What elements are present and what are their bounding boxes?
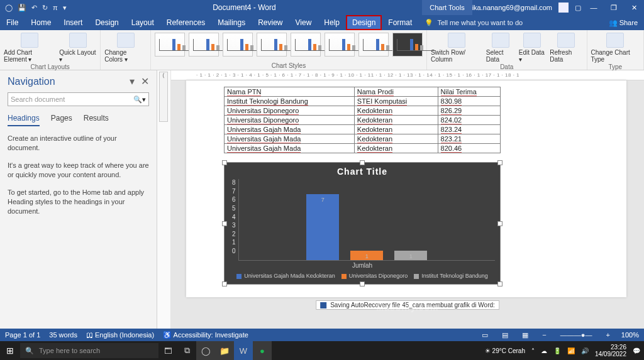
- ribbon-options-icon[interactable]: ▢: [575, 4, 581, 12]
- tab-view[interactable]: View: [289, 15, 318, 30]
- table-row[interactable]: Universitas Gajah MadaKedokteran823.21: [225, 134, 501, 144]
- chart-style-2[interactable]: [189, 33, 219, 57]
- view-print-icon[interactable]: ▤: [499, 331, 511, 339]
- chart-bars[interactable]: 711: [238, 179, 495, 261]
- task-view-icon[interactable]: ⧉: [177, 346, 196, 356]
- notifications-icon[interactable]: 💬: [633, 347, 640, 354]
- table-row[interactable]: Universitas DiponegoroKedokteran826.29: [225, 106, 501, 116]
- search-icon[interactable]: 🔍▾: [133, 95, 146, 104]
- tray-chevron-icon[interactable]: ˄: [531, 347, 535, 354]
- clock[interactable]: 23:2614/09/2022: [595, 344, 626, 357]
- nav-tab-headings[interactable]: Headings: [8, 114, 40, 126]
- taskbar-cortana-icon[interactable]: ◯: [196, 341, 215, 360]
- tab-layout[interactable]: Layout: [125, 15, 160, 30]
- switch-row-column-button[interactable]: Switch Row/ Column: [431, 33, 482, 63]
- task-widgets-icon[interactable]: 🗔: [158, 346, 177, 356]
- share-button[interactable]: 👥 Share: [609, 19, 638, 27]
- undo-icon[interactable]: ↶: [31, 4, 37, 12]
- add-chart-element-button[interactable]: Add Chart Element ▾: [4, 33, 55, 63]
- weather[interactable]: ☀ 29°C Cerah: [485, 347, 525, 354]
- tab-references[interactable]: References: [160, 15, 211, 30]
- chart-style-8[interactable]: [392, 33, 423, 57]
- chart-plot-area[interactable]: 876543210 711: [230, 179, 495, 261]
- table-row[interactable]: Institut Teknologi BandungSTEI Komputasi…: [225, 97, 501, 106]
- close-button[interactable]: ✕: [624, 4, 644, 12]
- chart-bar[interactable]: 1: [350, 185, 383, 260]
- legend-item[interactable]: Universitas Diponegoro: [341, 273, 408, 279]
- change-colors-button[interactable]: Change Colors ▾: [104, 33, 147, 63]
- document-area[interactable]: · 1 · 1 · 2 · 1 · 3 · 1 · 4 · 1 · 5 · 1 …: [171, 70, 644, 329]
- zoom-in-button[interactable]: +: [603, 331, 612, 339]
- equation-icon[interactable]: π: [53, 4, 58, 11]
- refresh-data-button[interactable]: Refresh Data: [550, 33, 582, 63]
- tab-insert[interactable]: Insert: [57, 15, 89, 30]
- edit-data-button[interactable]: Edit Data ▾: [519, 33, 546, 63]
- nav-collapse-icon[interactable]: ⟨: [159, 72, 168, 122]
- system-tray[interactable]: ☀ 29°C Cerah ˄ ☁ 🔋 📶 🔊 23:2614/09/2022 💬: [485, 344, 644, 357]
- tab-chart-format[interactable]: Format: [382, 15, 418, 30]
- select-data-button[interactable]: Select Data: [486, 33, 515, 63]
- status-lang[interactable]: 🕮 English (Indonesia): [86, 331, 154, 339]
- redo-icon[interactable]: ↻: [42, 4, 48, 12]
- chart-bar[interactable]: 7: [306, 185, 339, 260]
- tab-file[interactable]: File: [0, 15, 25, 30]
- table-row[interactable]: Universitas DiponegoroKedokteran824.02: [225, 116, 501, 125]
- tray-cloud-icon[interactable]: ☁: [541, 347, 547, 354]
- start-button[interactable]: ⊞: [0, 346, 20, 356]
- horizontal-ruler[interactable]: · 1 · 1 · 2 · 1 · 3 · 1 · 4 · 1 · 5 · 1 …: [171, 70, 644, 80]
- tell-me-search[interactable]: 💡 Tell me what you want to do: [418, 15, 523, 30]
- nav-search[interactable]: 🔍▾: [8, 92, 149, 106]
- zoom-out-button[interactable]: −: [540, 331, 548, 339]
- minimize-button[interactable]: —: [584, 4, 604, 11]
- taskbar-word-icon[interactable]: W: [234, 341, 253, 360]
- tab-design[interactable]: Design: [89, 15, 125, 30]
- chart-style-4[interactable]: [257, 33, 287, 57]
- data-table[interactable]: Nama PTN Nama Prodi Nilai Terima Institu…: [224, 87, 501, 153]
- chart-style-6[interactable]: [325, 33, 355, 57]
- legend-item[interactable]: Institut Teknologi Bandung: [414, 273, 487, 279]
- legend-item[interactable]: Universitas Gajah Mada Kedokteran: [236, 273, 335, 279]
- avatar[interactable]: [558, 3, 569, 13]
- nav-tab-results[interactable]: Results: [84, 114, 109, 126]
- autosave-toggle[interactable]: ◯: [5, 4, 13, 12]
- chart-style-5[interactable]: [291, 33, 321, 57]
- chart-styles-gallery[interactable]: [155, 33, 423, 57]
- zoom-level[interactable]: 100%: [621, 331, 639, 339]
- taskbar-explorer-icon[interactable]: 📁: [215, 341, 234, 360]
- nav-tab-pages[interactable]: Pages: [51, 114, 72, 126]
- tab-chart-design[interactable]: Design: [346, 15, 382, 30]
- tray-battery-icon[interactable]: 🔋: [553, 347, 561, 354]
- taskbar-search[interactable]: 🔍 Type here to search: [20, 343, 158, 358]
- account-area[interactable]: ika.nanang69@gmail.com ▢: [472, 3, 584, 13]
- table-row[interactable]: Universitas Gajah MadaKedokteran820.46: [225, 144, 501, 153]
- tab-review[interactable]: Review: [252, 15, 289, 30]
- chart-bar[interactable]: 1: [394, 185, 427, 260]
- nav-close-icon[interactable]: ✕: [141, 75, 149, 87]
- save-icon[interactable]: 💾: [18, 4, 26, 12]
- chart-style-3[interactable]: [223, 33, 253, 57]
- status-words[interactable]: 35 words: [49, 331, 77, 339]
- taskbar-spotify-icon[interactable]: ●: [253, 341, 272, 360]
- chart-object[interactable]: Chart Title 876543210 711 Jumlah Univers…: [224, 162, 501, 285]
- tray-wifi-icon[interactable]: 📶: [567, 347, 575, 354]
- search-input[interactable]: [11, 95, 133, 103]
- view-focus-icon[interactable]: ▭: [479, 331, 491, 339]
- nav-options-icon[interactable]: ▾: [130, 75, 135, 87]
- chart-style-1[interactable]: [155, 33, 185, 57]
- view-web-icon[interactable]: ▦: [519, 331, 531, 339]
- chart-title[interactable]: Chart Title: [230, 166, 495, 177]
- quick-layout-button[interactable]: Quick Layout ▾: [59, 33, 96, 63]
- chart-legend[interactable]: Universitas Gajah Mada KedokteranUnivers…: [230, 273, 495, 279]
- tray-volume-icon[interactable]: 🔊: [581, 347, 589, 354]
- qat-more-icon[interactable]: ▾: [63, 4, 67, 12]
- table-row[interactable]: Universitas Gajah MadaKedokteran823.24: [225, 125, 501, 134]
- tab-mailings[interactable]: Mailings: [211, 15, 252, 30]
- tab-help[interactable]: Help: [318, 15, 346, 30]
- zoom-slider[interactable]: ———●—: [558, 331, 595, 339]
- tab-home[interactable]: Home: [25, 15, 57, 30]
- change-chart-type-button[interactable]: Change Chart Type: [591, 33, 640, 63]
- maximize-button[interactable]: ❐: [604, 4, 624, 12]
- chart-style-7[interactable]: [358, 33, 389, 57]
- status-page[interactable]: Page 1 of 1: [5, 331, 40, 339]
- page[interactable]: Nama PTN Nama Prodi Nilai Terima Institu…: [186, 80, 626, 297]
